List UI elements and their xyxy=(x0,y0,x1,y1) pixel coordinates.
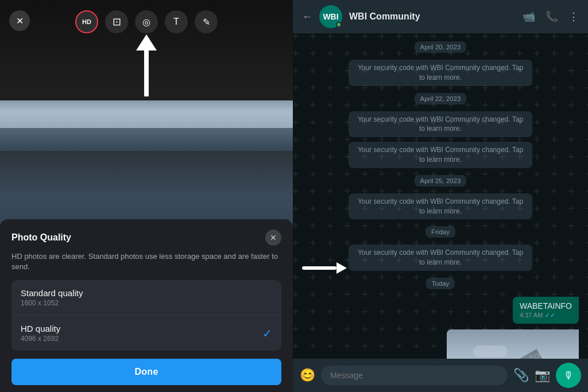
sheet-close-button[interactable]: ✕ xyxy=(265,230,281,246)
header-actions: 📹 📞 ⋮ xyxy=(523,10,579,23)
chat-input-area: 😊 📎 📷 🎙 xyxy=(293,359,588,392)
system-message-2[interactable]: Your security code with WBI Community ch… xyxy=(349,111,532,138)
sent-message-wabetainfo: WABETAINFO 4:37 AM ✓✓ xyxy=(513,297,579,324)
photo-quality-sheet: Photo Quality ✕ HD photos are clearer. S… xyxy=(0,219,293,392)
sheet-title: Photo Quality xyxy=(11,232,71,243)
crop-button[interactable]: ⊡ xyxy=(105,10,128,33)
standard-quality-name: Standard quality xyxy=(21,288,83,298)
more-options-button[interactable]: ⋮ xyxy=(568,10,579,23)
crop-icon: ⊡ xyxy=(113,15,121,28)
quality-options-list: Standard quality 1600 x 1052 HD quality … xyxy=(11,280,281,351)
draw-button[interactable]: ✎ xyxy=(195,10,218,33)
message-bubble: WABETAINFO 4:37 AM ✓✓ xyxy=(513,297,579,324)
avatar: WBI xyxy=(319,5,342,28)
mic-button[interactable]: 🎙 xyxy=(556,363,581,388)
standard-quality-option[interactable]: Standard quality 1600 x 1052 xyxy=(11,280,281,316)
hd-quality-option[interactable]: HD quality 4096 x 2692 ✓ xyxy=(11,316,281,351)
arrow-annotation-up xyxy=(136,34,157,96)
system-message-4[interactable]: Your security code with WBI Community ch… xyxy=(349,193,532,220)
draw-icon: ✎ xyxy=(203,17,210,28)
hd-quality-dims: 4096 x 2692 xyxy=(21,335,60,343)
photo-bubble: WaBetaInfo HD 4:45 AM ✓✓ xyxy=(447,329,579,359)
sticker-button[interactable]: ◎ xyxy=(135,10,158,33)
hd-quality-name: HD quality xyxy=(21,324,60,333)
sheet-description: HD photos are clearer. Standard photos u… xyxy=(11,251,281,272)
hd-icon: HD xyxy=(82,18,91,25)
standard-quality-dims: 1600 x 1052 xyxy=(21,299,83,307)
done-button[interactable]: Done xyxy=(11,359,281,385)
cloud-decoration xyxy=(473,346,508,357)
chat-header-info: WBI Community xyxy=(349,11,516,22)
photo-image xyxy=(0,100,293,151)
date-badge-today: Today xyxy=(302,278,579,289)
standard-quality-text: Standard quality 1600 x 1052 xyxy=(21,288,83,307)
sky-area xyxy=(0,100,293,128)
arrow-head xyxy=(136,34,157,51)
chat-name: WBI Community xyxy=(349,11,516,22)
photo-bubble-image: WaBetaInfo HD xyxy=(447,329,579,359)
message-meta: 4:37 AM ✓✓ xyxy=(520,312,572,319)
voice-call-button[interactable]: 📞 xyxy=(546,10,558,23)
date-badge-april25: April 25, 2023 xyxy=(302,175,579,187)
chat-panel: ← WBI WBI Community 📹 📞 ⋮ April 20, 2023… xyxy=(293,0,588,392)
system-message-5[interactable]: Your security code with WBI Community ch… xyxy=(349,244,532,271)
avatar-online-indicator xyxy=(336,22,342,28)
text-icon: T xyxy=(173,17,179,27)
video-call-button[interactable]: 📹 xyxy=(523,10,535,23)
date-badge-april20: April 20, 2023 xyxy=(302,41,579,53)
read-receipt: ✓✓ xyxy=(545,312,555,319)
arrow-annotation-right xyxy=(302,262,347,274)
sent-photo-message: ↪ WaBetaInfo HD 4:45 AM ✓✓ xyxy=(447,329,579,359)
mic-icon: 🎙 xyxy=(563,370,574,382)
sheet-header: Photo Quality ✕ xyxy=(11,230,281,246)
right-arrow-body xyxy=(302,266,336,270)
back-button[interactable]: ← xyxy=(302,11,312,23)
attach-button[interactable]: 📎 xyxy=(513,368,529,383)
arrow-body xyxy=(144,51,149,96)
date-badge-april22: April 22, 2023 xyxy=(302,93,579,104)
hd-quality-button[interactable]: HD xyxy=(75,10,98,33)
date-badge-friday: Friday xyxy=(302,226,579,238)
system-message-3[interactable]: Your security code with WBI Community ch… xyxy=(349,142,532,168)
chat-header: ← WBI WBI Community 📹 📞 ⋮ xyxy=(293,0,588,33)
text-button[interactable]: T xyxy=(165,10,188,33)
hd-selected-checkmark: ✓ xyxy=(262,327,272,340)
emoji-button[interactable]: 😊 xyxy=(300,368,315,383)
water-area xyxy=(0,128,293,151)
right-arrow-head xyxy=(336,262,347,274)
camera-button[interactable]: 📷 xyxy=(535,368,550,383)
messages-area: April 20, 2023 Your security code with W… xyxy=(293,33,588,359)
hd-quality-text: HD quality 4096 x 2692 xyxy=(21,324,60,343)
left-panel: ✕ HD ⊡ ◎ T ✎ Photo Quality ✕ HD photos xyxy=(0,0,293,392)
system-message-1[interactable]: Your security code with WBI Community ch… xyxy=(349,60,532,86)
edit-toolbar: HD ⊡ ◎ T ✎ xyxy=(0,10,293,33)
message-input[interactable] xyxy=(321,366,508,385)
message-text: WABETAINFO xyxy=(520,301,572,311)
sticker-icon: ◎ xyxy=(142,17,150,28)
message-time: 4:37 AM xyxy=(520,312,543,319)
sheet-close-icon: ✕ xyxy=(270,233,277,242)
back-icon: ← xyxy=(302,11,312,22)
